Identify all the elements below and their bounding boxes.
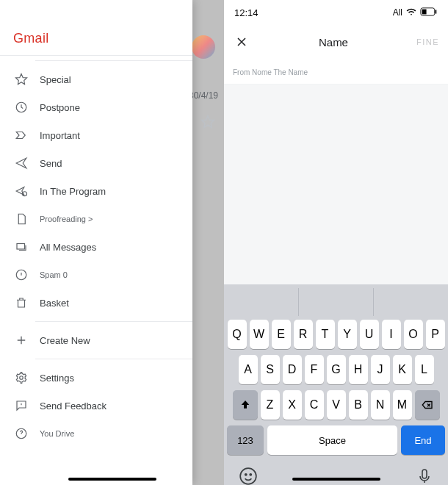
battery-icon — [420, 7, 438, 18]
svg-rect-10 — [436, 10, 437, 13]
svg-rect-9 — [422, 9, 427, 14]
key-u[interactable]: U — [360, 320, 379, 349]
sidebar-item-label: Send — [40, 158, 62, 169]
from-field[interactable]: From Nome The Name — [224, 59, 448, 85]
clock-icon — [13, 99, 29, 115]
backspace-key[interactable] — [415, 390, 440, 420]
svg-rect-4 — [17, 244, 25, 250]
file-icon — [13, 211, 29, 227]
sidebar-item-create-new[interactable]: Create New — [0, 326, 192, 354]
gear-icon — [13, 370, 29, 386]
key-q[interactable]: Q — [228, 320, 247, 349]
stack-icon — [13, 239, 29, 255]
key-h[interactable]: H — [349, 355, 368, 384]
svg-point-12 — [245, 474, 247, 475]
brand-title: Gmail — [0, 0, 192, 56]
key-o[interactable]: O — [404, 320, 423, 349]
key-r[interactable]: R — [294, 320, 313, 349]
key-p[interactable]: P — [426, 320, 445, 349]
wifi-icon — [406, 7, 416, 19]
done-button[interactable]: FINE — [416, 37, 439, 46]
status-bar: 12:14 All — [224, 0, 448, 25]
sidebar-item-postpone[interactable]: Postpone — [0, 93, 192, 121]
sidebar-item-proofreading[interactable]: Proofreading > — [0, 205, 192, 233]
shift-key[interactable] — [233, 390, 258, 420]
compose-title: Name — [250, 36, 416, 48]
sidebar-item-basket[interactable]: Basket — [0, 289, 192, 317]
svg-point-11 — [240, 468, 256, 484]
important-icon — [13, 127, 29, 143]
compose-body[interactable] — [224, 85, 448, 284]
svg-point-13 — [250, 474, 251, 475]
sidebar-item-send[interactable]: Send — [0, 149, 192, 177]
status-time: 12:14 — [234, 7, 259, 18]
svg-rect-14 — [422, 470, 427, 478]
return-key[interactable]: End — [401, 425, 445, 455]
svg-marker-1 — [16, 74, 27, 85]
key-f[interactable]: F — [305, 355, 324, 384]
key-z[interactable]: Z — [261, 390, 280, 420]
sidebar-item-label: All Messages — [40, 242, 96, 253]
close-icon[interactable] — [233, 33, 250, 51]
key-y[interactable]: Y — [338, 320, 357, 349]
numeric-key[interactable]: 123 — [227, 425, 264, 455]
feedback-icon — [13, 398, 29, 414]
sidebar-item-label: Proofreading > — [40, 215, 93, 223]
sidebar-item-feedback[interactable]: Send Feedback — [0, 392, 192, 420]
suggestion-bar[interactable] — [224, 288, 448, 316]
send-icon — [13, 155, 29, 171]
svg-point-6 — [20, 376, 24, 380]
key-n[interactable]: N — [371, 390, 390, 420]
from-placeholder: From Nome The Name — [233, 68, 308, 76]
sidebar-item-special[interactable]: Special — [0, 65, 192, 93]
schedule-send-icon — [13, 183, 29, 199]
key-b[interactable]: B — [349, 390, 368, 420]
sidebar-item-label: Send Feedback — [40, 400, 106, 412]
compose-header: Name FINE — [224, 25, 448, 59]
sidebar-item-label: Special — [40, 74, 71, 85]
key-l[interactable]: L — [415, 355, 434, 384]
home-indicator — [68, 478, 156, 481]
nav-drawer: Gmail Special Postpone Important — [0, 0, 192, 485]
spam-icon — [13, 267, 29, 283]
sidebar-item-label: Spam 0 — [40, 270, 68, 279]
mail-date: 30/4/19 — [189, 90, 218, 101]
key-g[interactable]: G — [327, 355, 346, 384]
sidebar-item-label: Important — [40, 130, 80, 141]
key-v[interactable]: V — [327, 390, 346, 420]
plus-icon — [13, 332, 29, 348]
account-avatar[interactable] — [192, 35, 215, 59]
key-x[interactable]: X — [283, 390, 302, 420]
carrier-label: All — [393, 7, 402, 18]
key-s[interactable]: S — [261, 355, 280, 384]
svg-marker-0 — [202, 116, 214, 128]
sidebar-item-spam[interactable]: Spam 0 — [0, 261, 192, 289]
key-d[interactable]: D — [283, 355, 302, 384]
mic-icon[interactable] — [416, 467, 433, 485]
sidebar-item-label: Create New — [40, 335, 90, 346]
key-i[interactable]: I — [382, 320, 401, 349]
trash-icon — [13, 295, 29, 311]
key-c[interactable]: C — [305, 390, 324, 420]
sidebar-item-all-messages[interactable]: All Messages — [0, 233, 192, 261]
key-e[interactable]: E — [272, 320, 291, 349]
key-t[interactable]: T — [316, 320, 335, 349]
sidebar-item-important[interactable]: Important — [0, 121, 192, 149]
sidebar-item-label: Basket — [40, 298, 69, 309]
key-k[interactable]: K — [393, 355, 412, 384]
sidebar-item-you-drive[interactable]: You Drive — [0, 420, 192, 448]
sidebar-item-settings[interactable]: Settings — [0, 364, 192, 392]
keyboard: QWERTYUIOP ASDFGHJKL ZXCVBNM 123 Space E… — [224, 284, 448, 485]
emoji-icon[interactable] — [239, 467, 258, 485]
space-key[interactable]: Space — [267, 425, 397, 455]
sidebar-item-label: You Drive — [40, 429, 74, 438]
sidebar-item-label: In The Program — [40, 186, 106, 197]
sidebar-item-label: Settings — [40, 373, 74, 384]
star-outline-icon — [13, 71, 29, 87]
star-icon[interactable] — [200, 115, 215, 129]
key-j[interactable]: J — [371, 355, 390, 384]
sidebar-item-program[interactable]: In The Program — [0, 177, 192, 205]
key-m[interactable]: M — [393, 390, 412, 420]
key-w[interactable]: W — [250, 320, 269, 349]
key-a[interactable]: A — [239, 355, 258, 384]
